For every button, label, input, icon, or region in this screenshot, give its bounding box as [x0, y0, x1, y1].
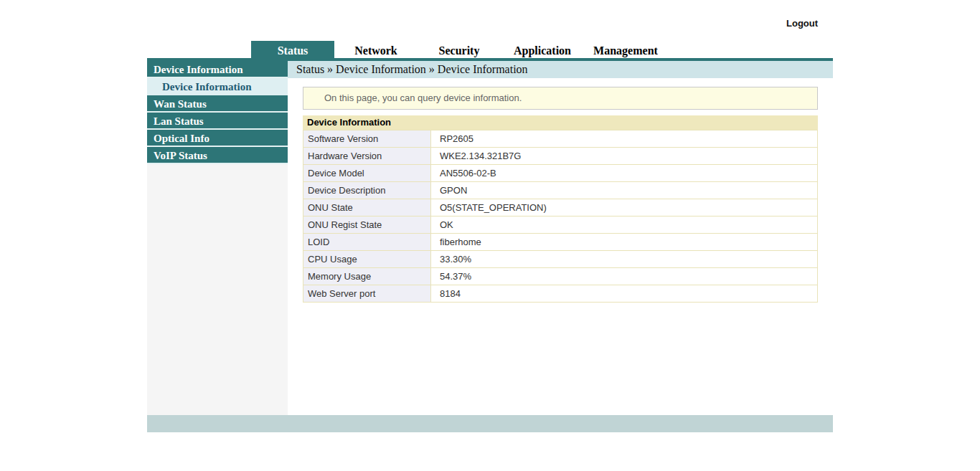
- row-value: GPON: [431, 182, 818, 199]
- row-value: WKE2.134.321B7G: [431, 148, 818, 165]
- row-value: AN5506-02-B: [431, 165, 818, 182]
- row-label: ONU Regist State: [303, 217, 431, 234]
- row-label: Memory Usage: [303, 268, 431, 285]
- row-label: Software Version: [303, 130, 431, 148]
- row-value: 8184: [431, 285, 818, 303]
- row-value: 54.37%: [431, 268, 818, 285]
- sidebar-item-voip-status[interactable]: VoIP Status: [147, 147, 288, 164]
- table-row: LOID fiberhome: [303, 234, 818, 251]
- sidebar-item-device-information-selected[interactable]: Device Information: [147, 78, 288, 95]
- footer-bar: [147, 415, 833, 432]
- breadcrumb: Status » Device Information » Device Inf…: [288, 61, 833, 78]
- row-label: Web Server port: [303, 285, 431, 303]
- row-value: fiberhome: [431, 234, 818, 251]
- table-row: Hardware Version WKE2.134.321B7G: [303, 148, 818, 165]
- row-value: 33.30%: [431, 251, 818, 268]
- logout-link[interactable]: Logout: [786, 18, 818, 29]
- table-row: CPU Usage 33.30%: [303, 251, 818, 268]
- table-row: Software Version RP2605: [303, 130, 818, 148]
- row-label: CPU Usage: [303, 251, 431, 268]
- row-value: RP2605: [431, 130, 818, 148]
- sidebar-item-wan-status[interactable]: Wan Status: [147, 95, 288, 113]
- page-info-message: On this page, you can query device infor…: [303, 87, 818, 110]
- table-title: Device Information: [303, 115, 818, 130]
- row-label: LOID: [303, 234, 431, 251]
- router-admin-page: Logout Status Network Security Applicati…: [0, 0, 980, 471]
- sidebar: Device Information Device Information Wa…: [147, 61, 288, 415]
- row-value: O5(STATE_OPERATION): [431, 199, 818, 217]
- table-row: ONU State O5(STATE_OPERATION): [303, 199, 818, 217]
- sidebar-item-lan-status[interactable]: Lan Status: [147, 113, 288, 130]
- main-content: Status » Device Information » Device Inf…: [288, 61, 833, 415]
- table-row: Device Model AN5506-02-B: [303, 165, 818, 182]
- device-information-table: Device Information Software Version RP26…: [303, 115, 818, 303]
- table-row: Web Server port 8184: [303, 285, 818, 303]
- sidebar-item-device-information-section[interactable]: Device Information: [147, 61, 288, 78]
- table-row: Memory Usage 54.37%: [303, 268, 818, 285]
- row-label: ONU State: [303, 199, 431, 217]
- row-label: Device Model: [303, 165, 431, 182]
- row-value: OK: [431, 217, 818, 234]
- table-row: ONU Regist State OK: [303, 217, 818, 234]
- row-label: Device Description: [303, 182, 431, 199]
- sidebar-item-optical-info[interactable]: Optical Info: [147, 130, 288, 147]
- row-label: Hardware Version: [303, 148, 431, 165]
- table-row: Device Description GPON: [303, 182, 818, 199]
